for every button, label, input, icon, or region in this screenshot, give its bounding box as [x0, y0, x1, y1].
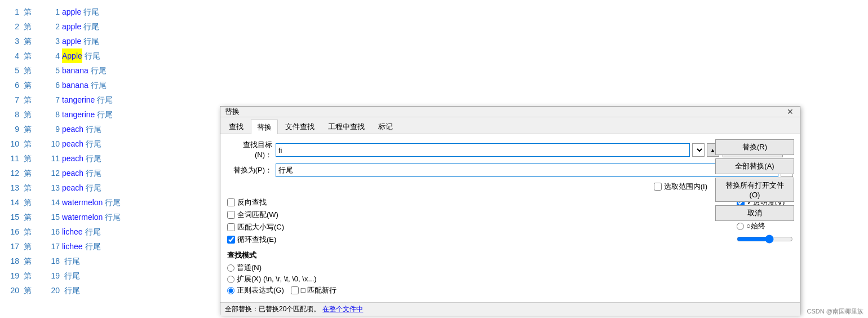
line-col1: 第: [24, 268, 39, 283]
line-tail: 行尾: [105, 210, 121, 224]
line-col2: 19: [39, 268, 60, 283]
mode-regex-radio[interactable]: [227, 287, 234, 294]
replace-all-button[interactable]: 全部替换(A): [715, 158, 794, 174]
line-number: 11: [2, 151, 19, 166]
replace-dialog: 替换 ✕ 查找 替换 文件查找 工程中查找 标记 查找目标(N)： ▲ ▼ 查找…: [220, 106, 800, 315]
line-content: watermelon: [62, 210, 103, 224]
loop-find-checkbox[interactable]: [227, 236, 235, 244]
line-col2: 10: [39, 136, 60, 151]
tab-mark[interactable]: 标记: [372, 120, 399, 134]
line-content: tangerine: [62, 107, 95, 122]
find-input-container: ▲: [276, 143, 719, 157]
transparency-always-item: ○始终: [737, 221, 765, 231]
line-number: 10: [2, 136, 19, 151]
status-link[interactable]: 在整个文件中: [322, 304, 363, 314]
match-case-label: 匹配大小写(C): [237, 222, 284, 232]
match-case-item: 匹配大小写(C): [227, 222, 336, 232]
loop-find-label: 循环查找(E): [237, 235, 276, 245]
line-col1: 第: [24, 78, 39, 92]
line-col2: 7: [39, 92, 60, 107]
transparency-always-label: ○始终: [746, 221, 765, 231]
line-content: tangerine: [62, 92, 95, 107]
line-tail: 行尾: [105, 195, 121, 210]
line-col2: 15: [39, 210, 60, 224]
line-col2: 13: [39, 180, 60, 195]
editor-line: 6第6banana 行尾: [0, 78, 868, 92]
match-newline-checkbox[interactable]: [291, 286, 299, 294]
line-tail: 行尾: [83, 19, 99, 34]
tab-file-find[interactable]: 文件查找: [279, 120, 321, 134]
options-area: 反向查找 全词匹配(W) 匹配大小写(C) 循环查找(E) 查找模式: [227, 197, 793, 297]
select-region-container: 选取范围内(I): [654, 182, 707, 192]
match-newline-label: □ 匹配新行: [301, 285, 336, 295]
line-col1: 第: [24, 5, 39, 19]
find-dropdown[interactable]: [692, 143, 705, 157]
replace-input[interactable]: [276, 164, 778, 177]
line-content: apple: [62, 5, 81, 19]
editor-line: 1第1apple 行尾: [0, 5, 868, 19]
find-row: 查找目标(N)： ▲ ▼ 查找下一个: [227, 140, 793, 160]
line-number: 16: [2, 224, 19, 239]
line-number: 5: [2, 63, 19, 78]
line-number: 20: [2, 283, 19, 298]
line-col1: 第: [24, 239, 39, 254]
line-col2: 8: [39, 107, 60, 122]
line-tail: 行尾: [91, 63, 107, 78]
line-tail: 行尾: [85, 48, 100, 63]
line-tail: 行尾: [85, 224, 101, 239]
select-region-row: 选取范围内(I): [227, 182, 793, 192]
mode-extended-label: 扩展(X) (\n, \r, \t, \0, \x...): [237, 274, 317, 284]
line-content: apple: [62, 34, 81, 48]
line-number: 14: [2, 195, 19, 210]
whole-word-checkbox[interactable]: [227, 211, 235, 219]
line-col2: 4: [39, 48, 60, 63]
replace-button[interactable]: 替换(R): [715, 139, 794, 155]
mode-title: 查找模式: [227, 250, 336, 260]
line-col1: 第: [24, 107, 39, 122]
tab-find[interactable]: 查找: [223, 120, 250, 134]
line-col2: 12: [39, 166, 60, 180]
tab-project-find[interactable]: 工程中查找: [322, 120, 371, 134]
line-number: 19: [2, 268, 19, 283]
line-col2: 14: [39, 195, 60, 210]
close-button[interactable]: ✕: [785, 107, 795, 117]
line-col1: 第: [24, 19, 39, 34]
reverse-find-label: 反向查找: [237, 197, 267, 207]
line-col2: 18: [39, 254, 60, 268]
tab-replace[interactable]: 替换: [251, 120, 278, 134]
dialog-title: 替换: [225, 107, 240, 117]
line-tail: 行尾: [97, 107, 113, 122]
select-region-checkbox[interactable]: [654, 183, 662, 191]
transparency-always-radio[interactable]: [737, 223, 744, 230]
status-bar: 全部替换：已替换20个匹配项。 在整个文件中: [220, 302, 800, 316]
status-text: 全部替换：已替换20个匹配项。: [225, 304, 320, 314]
cancel-button[interactable]: 取消: [715, 205, 794, 221]
line-col2: 5: [39, 63, 60, 78]
line-col2: 9: [39, 122, 60, 136]
line-tail: 行尾: [86, 136, 101, 151]
line-number: 2: [2, 19, 19, 34]
reverse-find-checkbox[interactable]: [227, 198, 235, 206]
replace-row: 替换为(P)：: [227, 164, 793, 177]
mode-extended-radio[interactable]: [227, 276, 234, 283]
line-content: apple: [62, 19, 81, 34]
line-number: 15: [2, 210, 19, 224]
line-col2: 20: [39, 283, 60, 298]
mode-normal-radio[interactable]: [227, 264, 234, 272]
mode-normal-label: 普通(N): [237, 263, 262, 273]
line-content: banana: [62, 63, 88, 78]
find-label: 查找目标(N)：: [227, 140, 272, 160]
match-case-checkbox[interactable]: [227, 223, 235, 231]
find-input[interactable]: [276, 143, 690, 157]
line-col2: 6: [39, 78, 60, 92]
line-number: 1: [2, 5, 19, 19]
editor-line: 2第2apple 行尾: [0, 19, 868, 34]
replace-all-files-button[interactable]: 替换所有打开文件(O): [715, 178, 794, 202]
whole-word-item: 全词匹配(W): [227, 210, 336, 220]
line-content: lichee: [62, 224, 83, 239]
editor-line: 7第7tangerine 行尾: [0, 92, 868, 107]
line-tail: 行尾: [83, 5, 99, 19]
mode-extended-item: 扩展(X) (\n, \r, \t, \0, \x...): [227, 274, 336, 284]
transparency-slider[interactable]: [737, 235, 793, 244]
line-number: 9: [2, 122, 19, 136]
